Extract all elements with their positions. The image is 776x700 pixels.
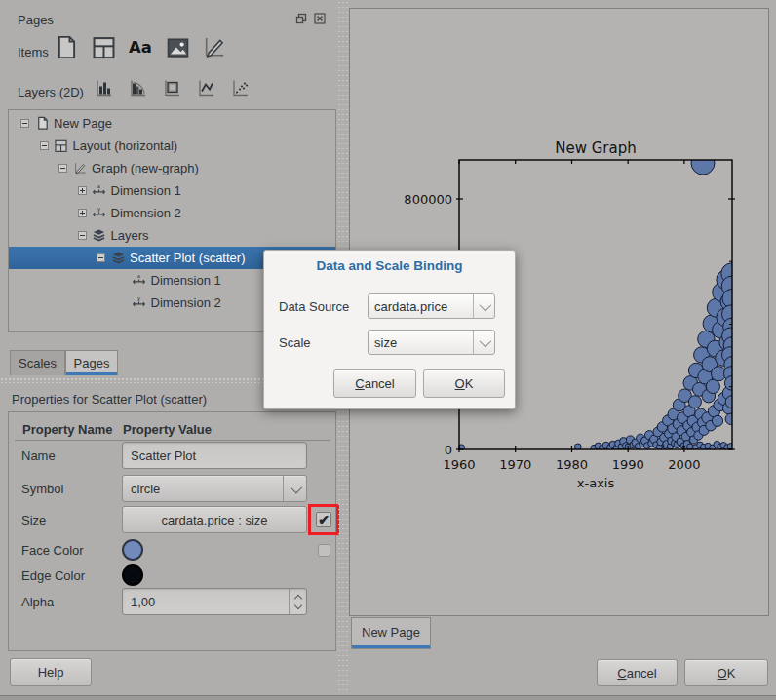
tree-item-label: Dimension 2 <box>151 295 221 310</box>
svg-text:800000: 800000 <box>404 192 452 207</box>
name-field-value: Scatter Plot <box>131 448 196 463</box>
svg-text:y: y <box>137 295 140 302</box>
tree-item-new-page[interactable]: New Page <box>9 112 335 135</box>
image-icon <box>165 34 191 63</box>
help-button[interactable]: Help <box>10 658 92 686</box>
chevron-down-icon <box>473 294 494 318</box>
collapse-icon[interactable] <box>97 253 105 262</box>
property-label-alpha: Alpha <box>21 595 54 609</box>
tree-item-label: New Page <box>54 116 112 131</box>
cancel-button-label: Cancel <box>617 666 656 681</box>
ok-button-label: OK <box>718 666 736 681</box>
alpha-value: 1,00 <box>131 595 155 609</box>
tree-item-dimension-2[interactable]: yDimension 2 <box>9 202 335 224</box>
layers-icon <box>92 229 107 243</box>
close-icon[interactable] <box>313 12 327 25</box>
expand-icon[interactable] <box>78 209 87 217</box>
ok-button[interactable]: OK <box>684 659 768 686</box>
face-color-checkbox[interactable] <box>318 544 330 557</box>
svg-text:2000: 2000 <box>668 457 700 472</box>
cancel-button[interactable]: Cancel <box>597 659 678 686</box>
property-label-face-color: Face Color <box>21 543 84 558</box>
layers-icon <box>110 252 126 265</box>
spinner-arrows-icon[interactable] <box>289 589 306 614</box>
y-dimension-icon: y <box>92 207 107 220</box>
svg-text:y: y <box>97 206 100 213</box>
tree-item-graph-new-graph[interactable]: Graph (new-graph) <box>9 157 335 179</box>
edge-color-swatch[interactable] <box>122 564 143 586</box>
tree-item-dimension-1[interactable]: xDimension 1 <box>9 179 335 202</box>
toolbar-button-layout[interactable] <box>91 34 117 63</box>
property-label-size: Size <box>21 513 46 527</box>
dialog-ok-label: OK <box>455 376 474 391</box>
page-tab-label: New Page <box>362 625 420 640</box>
items-label: Items <box>18 45 49 59</box>
toolbar-button-graph[interactable] <box>202 34 228 63</box>
size-binding-value: cardata.price : size <box>161 513 267 527</box>
size-binding-button[interactable]: cardata.price : size <box>122 506 307 533</box>
header-separator <box>15 440 330 441</box>
tree-item-layout-horizontal[interactable]: Layout (horizontal) <box>9 135 335 157</box>
tab-scales[interactable]: Scales <box>10 350 65 375</box>
toolbar-button-text-label[interactable]: Aa <box>128 34 154 63</box>
new-page-icon <box>54 34 80 63</box>
tree-item-label: Scatter Plot (scatter) <box>130 251 245 265</box>
float-icon[interactable] <box>294 12 308 25</box>
symbol-select-value: circle <box>131 482 160 496</box>
dialog-cancel-label: Cancel <box>355 376 394 391</box>
expand-icon[interactable] <box>78 186 87 195</box>
symbol-select[interactable]: circle <box>122 475 307 502</box>
tab-scales-label: Scales <box>19 356 57 370</box>
property-label-name: Name <box>21 448 56 463</box>
collapse-icon[interactable] <box>40 141 49 150</box>
graph-icon <box>72 162 88 175</box>
svg-text:x: x <box>97 183 100 189</box>
toolbar-button-histogram[interactable] <box>128 77 150 102</box>
svg-text:x: x <box>137 273 140 279</box>
toolbar-button-line-plot[interactable] <box>196 77 218 102</box>
dock-title: Pages <box>18 13 54 27</box>
dialog-cancel-button[interactable]: Cancel <box>333 369 416 398</box>
scale-select[interactable]: size <box>368 330 495 355</box>
alpha-spinbox[interactable]: 1,00 <box>122 588 307 615</box>
chevron-down-icon <box>473 331 494 354</box>
layout-icon <box>91 34 117 63</box>
svg-text:1960: 1960 <box>443 457 475 472</box>
toolbar-button-image[interactable] <box>165 34 191 63</box>
tab-pages[interactable]: Pages <box>65 350 118 375</box>
data-source-select[interactable]: cardata.price <box>368 293 495 319</box>
face-color-swatch[interactable] <box>122 539 143 561</box>
name-field[interactable]: Scatter Plot <box>122 442 307 469</box>
svg-text:New Graph: New Graph <box>555 139 637 157</box>
scale-value: size <box>374 335 397 350</box>
dialog-title: Data and Scale Binding <box>264 258 515 273</box>
scatter-plot-icon <box>230 77 252 102</box>
toolbar-button-new-page[interactable] <box>54 34 80 63</box>
toolbar-button-scatter-plot[interactable] <box>230 77 252 102</box>
binding-checkbox-highlight <box>308 504 339 535</box>
page-tab-new-page[interactable]: New Page <box>351 617 431 649</box>
x-dimension-icon: x <box>132 274 147 288</box>
svg-text:1970: 1970 <box>499 457 531 472</box>
svg-text:0: 0 <box>445 443 452 457</box>
toolbar-button-image-plot[interactable] <box>162 77 184 102</box>
tab-pages-label: Pages <box>74 356 110 370</box>
collapse-icon[interactable] <box>58 164 67 173</box>
tree-item-label: Layout (horizontal) <box>73 138 178 153</box>
graph-icon <box>202 34 228 63</box>
scale-label: Scale <box>279 335 311 350</box>
column-header-property-name: Property Name <box>22 422 112 437</box>
window-bottom-edge <box>0 695 776 700</box>
tree-item-layers[interactable]: Layers <box>9 224 335 247</box>
image-plot-icon <box>162 77 184 102</box>
properties-title: Properties for Scatter Plot (scatter) <box>12 392 207 407</box>
chevron-down-icon <box>283 476 306 501</box>
layout-icon <box>54 139 69 153</box>
dialog-ok-button[interactable]: OK <box>423 369 505 398</box>
collapse-icon[interactable] <box>20 119 29 128</box>
tree-item-label: Dimension 1 <box>111 183 181 198</box>
collapse-icon[interactable] <box>78 231 87 240</box>
svg-text:1990: 1990 <box>612 457 644 472</box>
histogram-icon <box>128 77 150 102</box>
toolbar-button-bar-chart[interactable] <box>94 77 116 102</box>
